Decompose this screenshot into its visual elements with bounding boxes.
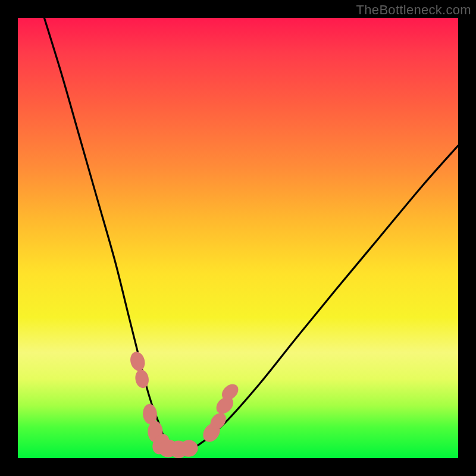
curve-marker — [129, 350, 147, 372]
curve-markers — [129, 350, 242, 458]
curve-marker — [142, 403, 158, 425]
curve-marker — [170, 440, 187, 458]
curve-marker — [178, 439, 199, 458]
curve-marker — [213, 393, 237, 417]
curve-marker — [149, 431, 173, 457]
curve-marker — [200, 420, 224, 445]
chart-svg — [18, 18, 458, 458]
curve-marker — [207, 410, 229, 433]
curve-marker — [157, 438, 179, 458]
chart-plot-area — [18, 18, 458, 458]
chart-frame: TheBottleneck.com — [0, 0, 476, 476]
bottleneck-curve — [44, 18, 458, 450]
curve-marker — [219, 381, 242, 403]
curve-marker — [148, 421, 162, 443]
watermark-text: TheBottleneck.com — [356, 2, 471, 18]
curve-marker — [134, 369, 150, 389]
